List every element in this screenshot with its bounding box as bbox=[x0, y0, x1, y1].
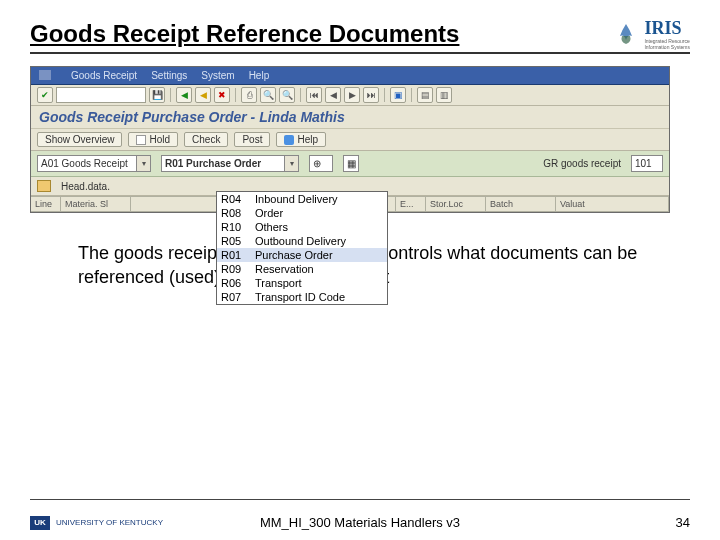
prev-page-icon[interactable]: ◀ bbox=[325, 87, 341, 103]
first-page-icon[interactable]: ⏮ bbox=[306, 87, 322, 103]
col-material: Materia. Sl bbox=[61, 197, 131, 211]
save-icon[interactable]: 💾 bbox=[149, 87, 165, 103]
menu-help[interactable]: Help bbox=[249, 70, 270, 81]
find-next-icon[interactable]: 🔍 bbox=[279, 87, 295, 103]
sap-app-toolbar: Show Overview Hold Check Post Help bbox=[31, 129, 669, 151]
find-icon[interactable]: 🔍 bbox=[260, 87, 276, 103]
col-valuation: Valuat bbox=[556, 197, 669, 211]
command-field[interactable] bbox=[56, 87, 146, 103]
reference-doc-value: R01 Purchase Order bbox=[161, 155, 285, 172]
expand-toggle[interactable]: ▦ bbox=[343, 155, 359, 172]
help-button[interactable]: Help bbox=[276, 132, 326, 147]
dropdown-option[interactable]: R10Others bbox=[217, 220, 387, 234]
chevron-down-icon[interactable]: ▾ bbox=[285, 155, 299, 172]
blank-doc-icon bbox=[136, 135, 146, 145]
check-button[interactable]: Check bbox=[184, 132, 228, 147]
help-icon bbox=[284, 135, 294, 145]
iris-text: IRIS bbox=[644, 18, 690, 39]
movement-type-field[interactable]: 101 bbox=[631, 155, 663, 172]
sap-menubar: Goods Receipt Settings System Help bbox=[31, 67, 669, 85]
menu-goods-receipt[interactable]: Goods Receipt bbox=[71, 70, 137, 81]
dropdown-option[interactable]: R05Outbound Delivery bbox=[217, 234, 387, 248]
dropdown-option[interactable]: R06Transport bbox=[217, 276, 387, 290]
detail-toggle[interactable]: ⊕ bbox=[309, 155, 333, 172]
chevron-down-icon[interactable]: ▾ bbox=[137, 155, 151, 172]
col-sloc: Stor.Loc bbox=[426, 197, 486, 211]
show-overview-button[interactable]: Show Overview bbox=[37, 132, 122, 147]
transaction-variant-dropdown[interactable]: A01 Goods Receipt ▾ bbox=[37, 155, 151, 172]
sap-window-title: Goods Receipt Purchase Order - Linda Mat… bbox=[31, 106, 669, 129]
reference-doc-dropdown-list[interactable]: R04Inbound DeliveryR08OrderR10OthersR05O… bbox=[216, 191, 388, 305]
next-page-icon[interactable]: ▶ bbox=[344, 87, 360, 103]
gr-label: GR goods receipt bbox=[543, 158, 621, 169]
dropdown-option[interactable]: R09Reservation bbox=[217, 262, 387, 276]
dropdown-option[interactable]: R08Order bbox=[217, 206, 387, 220]
enter-icon[interactable]: ✔ bbox=[37, 87, 53, 103]
dropdown-option[interactable]: R07Transport ID Code bbox=[217, 290, 387, 304]
col-line: Line bbox=[31, 197, 61, 211]
exit-icon[interactable]: ◀ bbox=[195, 87, 211, 103]
slide-title: Goods Receipt Reference Documents bbox=[30, 20, 459, 48]
reference-doc-dropdown[interactable]: R01 Purchase Order ▾ bbox=[161, 155, 299, 172]
menu-settings[interactable]: Settings bbox=[151, 70, 187, 81]
iris-logo: IRIS Integrated ResourceInformation Syst… bbox=[612, 18, 690, 50]
post-button[interactable]: Post bbox=[234, 132, 270, 147]
shortcut-icon[interactable]: ▤ bbox=[417, 87, 433, 103]
layout-icon[interactable]: ▥ bbox=[436, 87, 452, 103]
cancel-icon[interactable]: ✖ bbox=[214, 87, 230, 103]
footer-center: MM_HI_300 Materials Handlers v3 bbox=[0, 515, 720, 530]
menu-system[interactable]: System bbox=[201, 70, 234, 81]
back-icon[interactable]: ◀ bbox=[176, 87, 192, 103]
iris-subtitle: Integrated ResourceInformation Systems bbox=[644, 39, 690, 50]
col-e: E... bbox=[396, 197, 426, 211]
window-control-icon[interactable] bbox=[39, 70, 51, 80]
footer-rule bbox=[30, 499, 690, 500]
headdata-label: Head.data. bbox=[61, 181, 110, 192]
dropdown-option[interactable]: R01Purchase Order bbox=[217, 248, 387, 262]
new-session-icon[interactable]: ▣ bbox=[390, 87, 406, 103]
col-batch: Batch bbox=[486, 197, 556, 211]
sap-selection-row: A01 Goods Receipt ▾ R01 Purchase Order ▾… bbox=[31, 151, 669, 177]
sap-standard-toolbar: ✔ 💾 ◀ ◀ ✖ ⎙ 🔍 🔍 ⏮ ◀ ▶ ⏭ ▣ ▤ ▥ bbox=[31, 85, 669, 106]
transaction-variant-value: A01 Goods Receipt bbox=[37, 155, 137, 172]
folder-icon[interactable] bbox=[37, 180, 51, 192]
iris-flower-icon bbox=[612, 20, 640, 48]
hold-button[interactable]: Hold bbox=[128, 132, 178, 147]
last-page-icon[interactable]: ⏭ bbox=[363, 87, 379, 103]
print-icon[interactable]: ⎙ bbox=[241, 87, 257, 103]
dropdown-option[interactable]: R04Inbound Delivery bbox=[217, 192, 387, 206]
